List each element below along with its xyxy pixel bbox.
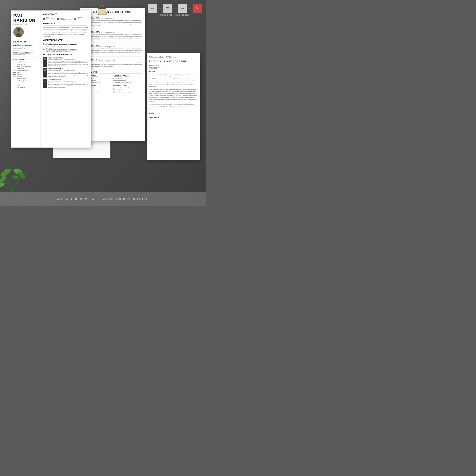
phone-icon: 📞 [43,18,45,20]
cert-school-2: University / College / Name, Washington … [46,51,77,52]
cert-timeline-2 [43,48,44,52]
work-year-2: 20082010 [43,68,47,78]
work-content-3: JOB POSITION / TITLE Company / Institute… [48,79,88,88]
cert-timeline-1 [43,43,44,47]
exp-dash [13,66,16,66]
cl-body-3: Known for excellent client-facing skills… [149,88,198,102]
exp-item-profit: Profit and Loss [13,86,38,88]
work-title-1: JOB POSITION / TITLE [48,57,88,59]
exp-label-payroll: Payroll [17,84,20,86]
cl-to-name: Jonathon Pande [149,65,198,66]
edu-item-1: 2008 - 2011 ENTER YOUR DEGREE / MAJOR Un… [13,44,38,49]
p2-work-desc-4: Lorem Ipsum is has been manager with fiv… [83,62,142,67]
format-section: PSD — W — EPS — ✎ Multiple file formats … [148,4,202,16]
p2-work-desc-1: Lorem Ipsum is has been manager with fiv… [83,20,142,27]
exp-label-inventory: Inventory Management [17,70,29,71]
cl-body-4: My technical expertise includes cross-pl… [149,103,198,109]
edu-location-2: USA (Washington DC) [13,54,38,55]
page2-work-3: JOB POSITION / TITLE Company / Institute… [83,44,142,57]
work-company-2: Company / Institute Name 📍 USA - Washing… [48,69,88,71]
cl-address-line: Address, Washingtone DC [149,67,198,68]
contact-section-title: CONTACT [43,13,88,16]
profile-text: Lorem Ipsum is simply dummy text of the … [43,26,88,37]
cert-degree-2: MASTERS IN COMPUTER SCINCE ENGENEERING [46,49,77,51]
exp-label-order: Order Processing [17,78,26,79]
ref-name-4: PERSON FULL NAME [113,85,142,86]
work-desc-3: Lorem Ipsum is has been manager with fiv… [48,82,88,88]
exp-item-salesforce: Salesforce [13,74,38,75]
cert-degree-1: MASTERS IN COMPUTER SCINCE ENGENEERING [46,44,77,46]
eps-icon: EPS [178,4,187,13]
ref-contact-4: 📞 +123 4567 896 ✉ yourmail@domain.com 📍 … [113,88,142,94]
page2-work-1: JOB POSITION / TITLE Company / Institute… [83,16,142,28]
email-icon: ✉ [57,18,59,20]
cert-item-2: 2013 - 2015 MASTERS IN COMPUTER SCINCE E… [43,48,88,52]
svg-point-1 [98,8,106,9]
cl-contact-bar: PHONE : +123 654 30 33 15 E-MAIL : CONTA… [149,56,198,58]
work-content-1: JOB POSITION / TITLE Company / Institute… [48,57,88,67]
page2-header: WORK EXPERIENCE CONTINUE [83,11,142,14]
phone-value: +123 654 30 33 15 [46,18,55,20]
dash-3: — [188,6,191,11]
cl-signature: ⱴwrl ER WILIAMSON [149,112,198,118]
contact-section: CONTACT 📞 PHONE : +123 654 30 33 15 ✉ E-… [43,13,88,20]
reference-section: REFERENCE PERSON FULL NAME General Manag… [83,71,142,94]
format-icons-row: PSD — W — EPS — ✎ [148,4,202,13]
work-company-1: Company / Institute Name 📍 USA - Washing… [48,59,88,60]
svg-point-2 [17,28,20,32]
edu-item-2: 2008 - 2011 ENTER YOUR DEGREE / MAJOR Un… [13,50,38,55]
avatar [13,27,24,37]
svg-point-7 [0,182,5,188]
exp-label-writing: Writing Emails and Letters [17,66,31,67]
p2-work-desc-3: Lorem Ipsum is has been manager with fiv… [83,48,142,55]
last-name: HARISIÓN [13,18,38,23]
exp-label-salesforce: Salesforce [17,74,22,75]
cl-section-title: TO WHOM IT MAY CONCERN [149,60,198,63]
exp-item-payroll: Payroll [13,84,38,86]
work-item-3: 20082010 JOB POSITION / TITLE Company / … [43,79,88,88]
coffee-cup [95,4,108,17]
ref-item-4: PERSON FULL NAME General Manager || Comp… [113,85,142,94]
work-company-3: Company / Institute Name 📍 USA - Washing… [48,80,88,82]
work-year-3: 20082010 [43,79,47,88]
profile-section: PROFILE Lorem Ipsum is simply dummy text… [43,22,88,37]
cert-title: CERTIFICATE [43,39,88,42]
cert-item-1: 2013 - 2015 MASTERS IN COMPUTER SCINCE E… [43,43,88,47]
exp-label-transcription: Transcription [17,68,24,69]
work-title: WORK EXPERIENCE [43,53,88,56]
exp-item-event: Event Planning [13,63,38,65]
plant-decoration [0,154,39,193]
cl-greeting: Hrs. Smith [149,71,198,72]
format-label: Multiple file formats included [160,14,190,16]
exp-label-event: Event Planning [17,63,25,65]
ref-name-2: PERSON FULL NAME [113,75,142,76]
contact-phone: 📞 PHONE : +123 654 30 33 15 [43,17,55,20]
contact-email: ✉ E-MAIL : yourmail@example.com [57,17,72,20]
cl-address-val: street address, country [166,57,176,58]
expertise-section: EXPERTIES Travel Planning Event Planning… [13,58,38,88]
exp-dash [13,83,16,83]
work-desc-1: Lorem Ipsum is has been manager with fiv… [48,60,88,67]
exp-item-billing: Billing [13,72,38,73]
divider-1 [13,39,38,39]
exp-item-transcription: Transcription [13,68,38,69]
profile-title: PROFILE [43,22,88,26]
plant-svg [0,154,39,192]
exp-dash [13,70,16,70]
word-icon: W [163,4,172,13]
exp-item-inventory: Inventory Management [13,70,38,71]
work-year-1: 20082010 [43,57,47,67]
reference-title: REFERENCE [83,71,142,74]
cert-dot-1 [43,43,44,45]
exp-label-travel: Travel Planning [17,61,25,63]
work-content-2: JOB POSITION / TITLE Company / Institute… [48,68,88,78]
resume-main: CONTACT 📞 PHONE : +123 654 30 33 15 ✉ E-… [41,11,91,148]
work-title-3: JOB POSITION / TITLE [48,79,88,80]
bottom-banner: TWO PAGE RESUME WITH MATCHING COVER LETT… [0,192,206,206]
exp-item-asset: Asset Management [13,80,38,82]
p2-work-company-1: Company / Institute Name 📍 USA - Washing… [83,18,142,19]
exp-item-writing: Writing Emails and Letters [13,66,38,67]
name-block: PAUL HARISIÓN Digital Marketer [13,14,38,25]
page2-work-2: JOB POSITION / TITLE Company / Institute… [83,30,142,42]
p2-work-title-1: JOB POSITION / TITLE [83,16,142,18]
